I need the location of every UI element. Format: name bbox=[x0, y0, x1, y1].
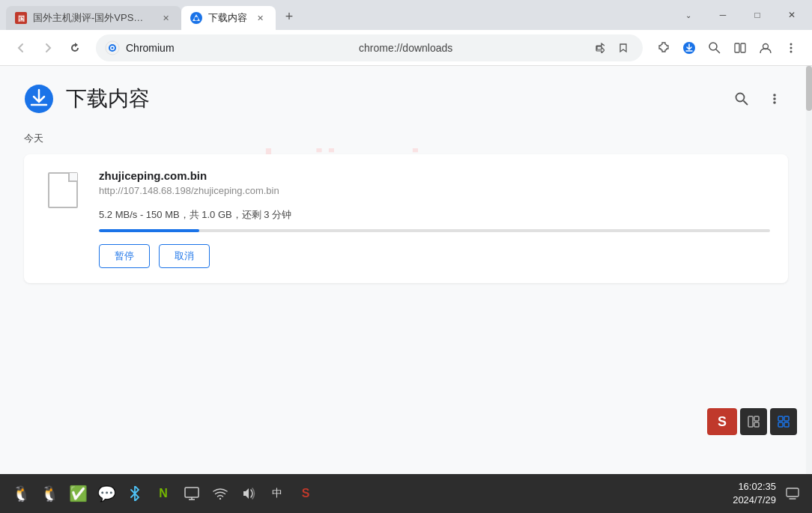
tab1-title: 国外主机测评-国外VPS、国外... bbox=[33, 11, 153, 25]
downloads-icon[interactable] bbox=[677, 36, 701, 60]
sogou-icon[interactable]: S bbox=[707, 408, 737, 435]
svg-rect-29 bbox=[784, 422, 789, 427]
taskbar-right: 16:02:35 2024/7/29 bbox=[733, 480, 803, 507]
progress-bar-bg bbox=[99, 229, 770, 232]
clock-date: 2024/7/29 bbox=[733, 494, 776, 507]
taskbar-penguin2-icon[interactable]: 🐧 bbox=[37, 482, 61, 506]
search-toolbar-icon[interactable] bbox=[703, 36, 727, 60]
scrollbar[interactable] bbox=[806, 66, 812, 474]
new-tab-button[interactable]: + bbox=[279, 6, 300, 27]
svg-rect-30 bbox=[185, 488, 199, 497]
toolbar-right bbox=[652, 36, 803, 60]
download-card: zhujiceping.com.bin http://107.148.68.19… bbox=[24, 154, 788, 283]
svg-rect-27 bbox=[784, 416, 789, 421]
address-icons bbox=[589, 37, 634, 58]
titlebar: 国 国外主机测评-国外VPS、国外... ✕ 下载内容 ✕ + ⌄ ─ □ ✕ bbox=[0, 0, 812, 30]
page-title: 下载内容 bbox=[66, 85, 150, 113]
minimize-button[interactable]: ─ bbox=[706, 3, 740, 27]
svg-rect-11 bbox=[735, 43, 739, 52]
split-screen-icon[interactable] bbox=[728, 36, 752, 60]
svg-rect-34 bbox=[787, 488, 799, 497]
more-menu-icon[interactable] bbox=[779, 36, 803, 60]
svg-point-21 bbox=[773, 97, 776, 100]
window-snap-icon[interactable] bbox=[740, 408, 767, 435]
tab2-close-button[interactable]: ✕ bbox=[253, 11, 267, 25]
taskbar-chat-icon[interactable]: 💬 bbox=[94, 482, 118, 506]
page-more-button[interactable] bbox=[761, 85, 788, 112]
grid-icon[interactable] bbox=[770, 408, 797, 435]
bookmark-icon[interactable] bbox=[613, 37, 634, 58]
download-filename: zhujiceping.com.bin bbox=[99, 169, 770, 182]
file-icon bbox=[48, 172, 78, 208]
share-icon[interactable] bbox=[589, 37, 610, 58]
page-content: zhujiceping.com 下载内容 今天 zhujiceping. bbox=[0, 66, 812, 474]
url-text: chrome://downloads bbox=[359, 42, 583, 54]
extensions-btn[interactable]: ⌄ bbox=[671, 3, 706, 27]
forward-button[interactable] bbox=[36, 36, 60, 60]
progress-bar-fill bbox=[99, 229, 199, 232]
extensions-icon[interactable] bbox=[652, 36, 676, 60]
svg-point-20 bbox=[773, 94, 776, 97]
file-icon-container bbox=[42, 169, 84, 211]
taskbar-notification-icon[interactable] bbox=[782, 483, 803, 504]
download-actions: 暂停 取消 bbox=[99, 244, 770, 268]
pause-button[interactable]: 暂停 bbox=[99, 244, 150, 268]
taskbar-sogou-icon[interactable]: S bbox=[294, 482, 318, 506]
taskbar-penguin1-icon[interactable]: 🐧 bbox=[9, 482, 33, 506]
svg-point-7 bbox=[112, 46, 114, 49]
tab-active[interactable]: 下载内容 ✕ bbox=[181, 6, 276, 30]
svg-rect-23 bbox=[748, 416, 753, 427]
svg-rect-24 bbox=[754, 416, 759, 421]
svg-point-9 bbox=[709, 43, 717, 50]
taskbar-input-method-icon[interactable]: 中 bbox=[265, 482, 289, 506]
toolbar: Chromium chrome://downloads bbox=[0, 30, 812, 66]
section-label: 今天 bbox=[24, 132, 788, 145]
page-header: 下载内容 bbox=[24, 84, 788, 114]
tab-group: 国 国外主机测评-国外VPS、国外... ✕ 下载内容 ✕ + bbox=[0, 0, 300, 30]
taskbar-check-icon[interactable]: ✅ bbox=[66, 482, 90, 506]
svg-point-22 bbox=[773, 101, 776, 104]
download-url: http://107.148.68.198/zhujiceping.com.bi… bbox=[99, 185, 770, 196]
svg-point-33 bbox=[219, 498, 221, 500]
download-info: zhujiceping.com.bin http://107.148.68.19… bbox=[99, 169, 770, 268]
downloads-page-icon bbox=[24, 84, 54, 114]
svg-rect-12 bbox=[741, 43, 745, 52]
taskbar-volume-icon[interactable] bbox=[237, 482, 261, 506]
svg-point-18 bbox=[736, 94, 745, 102]
tab1-favicon: 国 bbox=[15, 12, 27, 24]
window-controls: ⌄ ─ □ ✕ bbox=[671, 3, 812, 27]
taskbar-bluetooth-icon[interactable] bbox=[123, 482, 147, 506]
browser-name: Chromium bbox=[126, 42, 350, 54]
back-button[interactable] bbox=[9, 36, 33, 60]
taskbar-nvidia-icon[interactable]: N bbox=[151, 482, 175, 506]
svg-text:国: 国 bbox=[18, 15, 25, 22]
tab2-favicon bbox=[190, 12, 202, 24]
overlay-icons: S bbox=[707, 408, 797, 435]
tab2-title: 下载内容 bbox=[208, 11, 247, 25]
reload-button[interactable] bbox=[63, 36, 87, 60]
taskbar-wifi-icon[interactable] bbox=[208, 482, 232, 506]
page-search-button[interactable] bbox=[728, 85, 755, 112]
tab1-close-button[interactable]: ✕ bbox=[159, 11, 172, 25]
address-bar[interactable]: Chromium chrome://downloads bbox=[96, 34, 643, 61]
svg-rect-26 bbox=[778, 416, 783, 421]
svg-point-3 bbox=[195, 17, 199, 21]
taskbar: 🐧 🐧 ✅ 💬 N 中 S 16:02:35 2024/7/29 bbox=[0, 474, 812, 513]
svg-point-15 bbox=[790, 46, 793, 49]
svg-rect-28 bbox=[778, 422, 783, 427]
taskbar-clock[interactable]: 16:02:35 2024/7/29 bbox=[733, 480, 776, 507]
maximize-button[interactable]: □ bbox=[740, 3, 775, 27]
chromium-logo-icon bbox=[105, 40, 120, 55]
tab-inactive[interactable]: 国 国外主机测评-国外VPS、国外... ✕ bbox=[6, 6, 181, 30]
clock-time: 16:02:35 bbox=[733, 480, 776, 494]
page-header-right bbox=[728, 85, 788, 112]
scroll-thumb[interactable] bbox=[806, 66, 812, 111]
svg-point-14 bbox=[790, 43, 793, 45]
profile-icon[interactable] bbox=[754, 36, 778, 60]
svg-point-16 bbox=[790, 50, 793, 52]
svg-line-19 bbox=[744, 101, 748, 106]
cancel-button[interactable]: 取消 bbox=[159, 244, 210, 268]
download-status: 5.2 MB/s - 150 MB，共 1.0 GB，还剩 3 分钟 bbox=[99, 208, 770, 222]
taskbar-display-icon[interactable] bbox=[180, 482, 204, 506]
close-button[interactable]: ✕ bbox=[775, 3, 809, 27]
